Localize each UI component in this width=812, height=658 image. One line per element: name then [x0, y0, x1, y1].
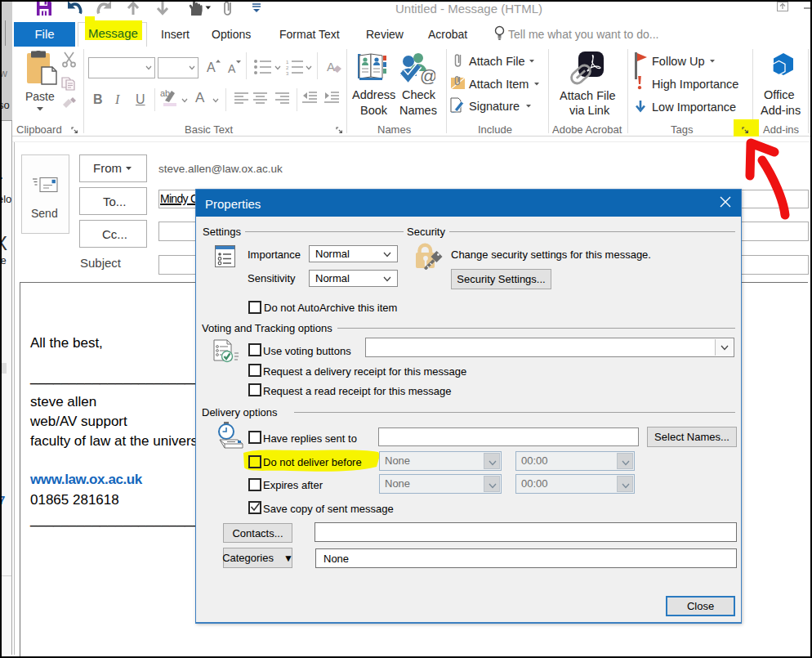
svg-text:2: 2 — [286, 65, 289, 70]
svg-text:3: 3 — [286, 71, 289, 76]
svg-text:1: 1 — [286, 60, 289, 65]
svg-text:@: @ — [420, 66, 435, 84]
